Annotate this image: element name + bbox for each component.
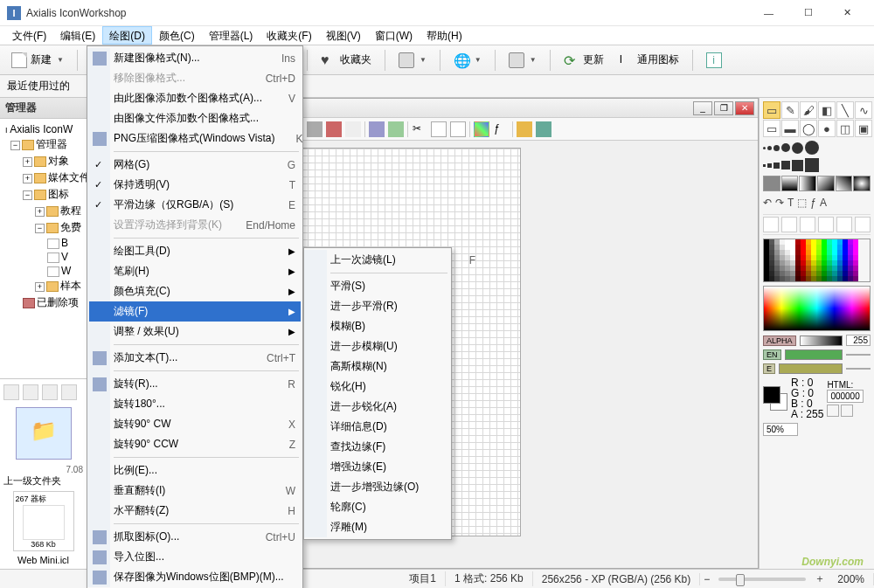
submenu-item[interactable]: 进一步模糊(U) [306,336,481,356]
menu-item[interactable]: 移除图像格式...Ctrl+D [89,68,301,88]
submenu-item[interactable]: 轮廓(C) [306,497,481,517]
menu-file[interactable]: 文件(F) [5,26,53,45]
tool-filledellipse[interactable]: ● [818,120,836,137]
tree-collapse-icon[interactable]: − [35,224,45,233]
submenu-item[interactable]: 进一步增强边缘(O) [306,477,481,497]
text-icon[interactable]: T [787,197,794,209]
submenu-item[interactable]: 查找边缘(F) [306,437,481,457]
file-item[interactable]: 267 器标 368 Kb [13,491,74,551]
doc-maximize-button[interactable]: ❐ [714,101,733,115]
browser-btn-2[interactable] [23,384,38,400]
tool-eraser[interactable]: ◧ [818,101,836,119]
menu-item[interactable]: 设置浮动选择到背景(K)End/Home [89,215,301,235]
menu-manager[interactable]: 管理器(L) [202,26,260,45]
manager-tree[interactable]: I Axialis IconW −管理器 +对象 +媒体文件 −图标 +教程 −… [0,119,87,378]
fx-icon[interactable]: ƒ [810,197,816,209]
fg-bg-colors[interactable] [763,386,787,411]
action-5[interactable] [836,217,852,232]
menu-item[interactable]: 旋转90° CWX [89,414,301,434]
tool-3d2[interactable]: ▣ [855,120,872,137]
submenu-item[interactable]: 上一次滤镜(L)F [306,250,481,270]
doc-tool-8-icon[interactable] [388,121,404,137]
action-3[interactable] [800,217,815,232]
doc-tool-fx-icon[interactable]: ƒ [493,121,509,137]
doc-tool-export-icon[interactable] [536,121,551,137]
submenu-item[interactable]: 增强边缘(E) [306,457,481,477]
color-spectrum[interactable] [763,286,871,331]
html-color-input[interactable]: 000000 [827,390,863,403]
action-2[interactable] [781,217,797,232]
menu-view[interactable]: 视图(V) [319,26,368,45]
menu-item[interactable]: ✓网格(G)G [89,155,301,175]
menu-item[interactable]: 由此图像添加数个图像格式(A)...V [89,88,301,108]
toolbar-display1-button[interactable]: ▼ [392,49,433,72]
doc-tool-copy-icon[interactable] [431,121,447,137]
tool-line[interactable]: ╲ [836,101,854,119]
doc-minimize-button[interactable]: _ [693,101,712,115]
doc-tool-paste-icon[interactable] [450,121,466,137]
up-folder-button[interactable]: 📁 [16,407,72,460]
submenu-item[interactable]: 模糊(B) [306,316,481,336]
fx2-icon[interactable]: A [820,197,827,209]
doc-tool-5-icon[interactable] [326,121,342,137]
menu-item[interactable]: 旋转(R)...R [89,374,301,394]
toolbar-display2-button[interactable]: ▼ [503,49,543,72]
submenu-item[interactable]: 锐化(H) [306,377,481,397]
submenu-item[interactable]: 高斯模糊(N) [306,356,481,377]
tree-expand-icon[interactable]: + [35,207,45,217]
tool-curve[interactable]: ∿ [855,101,872,119]
menu-item[interactable]: 新建图像格式(N)...Ins [89,48,301,68]
browser-btn-3[interactable] [42,384,58,400]
submenu-item[interactable]: 详细信息(D) [306,417,481,437]
menu-favorites[interactable]: 收藏夹(F) [260,26,318,45]
browser-btn-4[interactable] [61,384,77,400]
tool-filledrect[interactable]: ▬ [781,120,799,137]
menu-item[interactable]: 保存图像为Windows位图(BMP)(M)... [89,567,301,587]
doc-tool-grab-icon[interactable] [517,121,532,137]
toolbar-update-button[interactable]: ⟳更新 [558,49,610,72]
menu-item[interactable]: 导入位图... [89,547,301,567]
menu-item[interactable]: 比例(E)... [89,460,301,481]
paste-color-icon[interactable] [841,405,853,417]
doc-tool-color-icon[interactable] [474,121,489,137]
toolbar-info-button[interactable]: i [700,49,728,72]
action-6[interactable] [855,217,871,232]
zoom-slider[interactable] [718,578,806,581]
tool-ellipse[interactable]: ◯ [800,120,817,137]
menu-item[interactable]: 垂直翻转(I)W [89,481,301,501]
action-1[interactable] [763,217,779,232]
tree-collapse-icon[interactable]: − [23,190,32,200]
browser-btn-1[interactable] [3,384,19,400]
doc-tool-grid2-icon[interactable] [307,121,323,137]
menu-item[interactable]: 滤镜(F)▶ [89,301,301,322]
menu-item[interactable]: 旋转180°... [89,394,301,414]
toolbar-web-button[interactable]: 🌐▼ [447,49,488,72]
menu-item[interactable]: ✓平滑边缘（仅RGB/A）(S)E [89,195,301,215]
menu-color[interactable]: 颜色(C) [152,26,202,45]
menu-window[interactable]: 窗口(W) [368,26,420,45]
toolbar-generic-icons-button[interactable]: I通用图标 [614,49,685,71]
tool-select[interactable]: ▭ [763,101,780,119]
doc-tool-cut-icon[interactable]: ✂ [412,121,427,137]
tree-expand-icon[interactable]: + [35,282,45,292]
submenu-item[interactable]: 平滑(S) [306,276,481,296]
toolbar-new-button[interactable]: 新建▼ [5,49,70,72]
zoom-out-icon[interactable]: − [700,573,713,585]
submenu-item[interactable]: 进一步锐化(A) [306,397,481,417]
menu-item[interactable]: 水平翻转(Z)H [89,501,301,521]
gradient-swatches[interactable] [763,176,871,191]
tree-expand-icon[interactable]: + [23,174,32,183]
tree-collapse-icon[interactable]: − [10,141,20,150]
menu-item[interactable]: 颜色填充(C)▶ [89,281,301,301]
action-4[interactable] [818,217,834,232]
menu-help[interactable]: 帮助(H) [420,26,469,45]
menu-edit[interactable]: 编辑(E) [53,26,102,45]
brush-squares[interactable] [763,158,871,172]
menu-draw[interactable]: 绘图(D) [102,26,152,45]
tool-rect[interactable]: ▭ [763,120,780,137]
zoom-in-icon[interactable]: ＋ [811,571,829,586]
shape1-icon[interactable]: ⬚ [797,197,807,209]
undo-icon[interactable]: ↶ [763,197,772,209]
tool-3d[interactable]: ◫ [836,120,854,137]
tool-brush[interactable]: 🖌 [800,101,817,119]
